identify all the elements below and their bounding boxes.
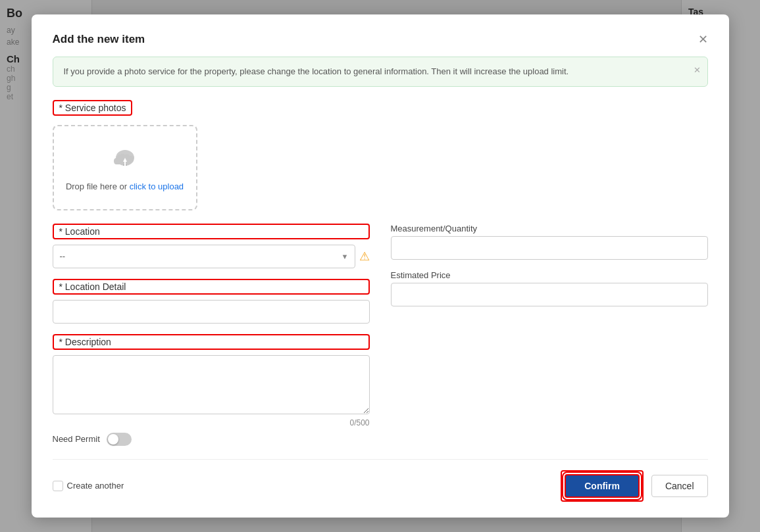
modal-title: Add the new item <box>53 33 145 46</box>
location-detail-input[interactable] <box>53 300 370 324</box>
form-grid: * Location -- ▼ ⚠ * Location Detail <box>53 224 708 427</box>
toggle-knob <box>108 434 118 445</box>
modal-close-button[interactable]: ✕ <box>698 34 708 45</box>
form-left: * Location -- ▼ ⚠ * Location Detail <box>53 224 370 427</box>
location-select-wrapper: -- ▼ ⚠ <box>53 245 370 268</box>
estimated-price-label: Estimated Price <box>391 270 708 280</box>
confirm-button[interactable]: Confirm <box>565 474 640 498</box>
description-textarea[interactable] <box>53 355 370 414</box>
info-banner: If you provide a photo service for the p… <box>53 57 708 87</box>
description-label: * Description <box>53 334 370 350</box>
cancel-button[interactable]: Cancel <box>651 475 708 497</box>
info-banner-text: If you provide a photo service for the p… <box>64 66 569 76</box>
warning-icon: ⚠ <box>359 249 370 264</box>
location-label: * Location <box>53 224 370 239</box>
upload-text: Drop file here or click to upload <box>66 181 184 191</box>
measurement-input[interactable] <box>391 236 708 260</box>
add-item-modal: Add the new item ✕ If you provide a phot… <box>32 14 729 518</box>
measurement-field-group: Measurement/Quantity <box>391 224 708 260</box>
need-permit-label: Need Permit <box>53 434 100 444</box>
confirm-button-wrapper: Confirm <box>561 470 644 502</box>
info-banner-close[interactable]: ✕ <box>694 64 701 77</box>
service-photos-label: * Service photos <box>53 100 133 116</box>
need-permit-toggle[interactable] <box>107 433 132 446</box>
location-field-group: * Location -- ▼ ⚠ <box>53 224 370 268</box>
description-field-group: * Description 0/500 <box>53 334 370 427</box>
location-select[interactable]: -- <box>53 245 355 268</box>
form-right: Measurement/Quantity Estimated Price <box>391 224 708 427</box>
create-another-label: Create another <box>67 481 124 491</box>
create-another-checkbox[interactable] <box>53 481 63 491</box>
upload-icon <box>109 143 141 176</box>
modal-header: Add the new item ✕ <box>53 33 708 46</box>
modal-footer: Create another Confirm Cancel <box>53 459 708 502</box>
location-detail-label: * Location Detail <box>53 279 370 295</box>
upload-link[interactable]: click to upload <box>130 181 184 191</box>
need-permit-row: Need Permit <box>53 433 708 446</box>
create-another-row: Create another <box>53 481 124 491</box>
measurement-label: Measurement/Quantity <box>391 224 708 233</box>
modal-overlay: Add the new item ✕ If you provide a phot… <box>0 0 760 532</box>
estimated-price-field-group: Estimated Price <box>391 270 708 306</box>
estimated-price-input[interactable] <box>391 283 708 306</box>
description-counter: 0/500 <box>53 418 370 427</box>
upload-area[interactable]: Drop file here or click to upload <box>53 125 197 210</box>
location-detail-field-group: * Location Detail <box>53 279 370 324</box>
